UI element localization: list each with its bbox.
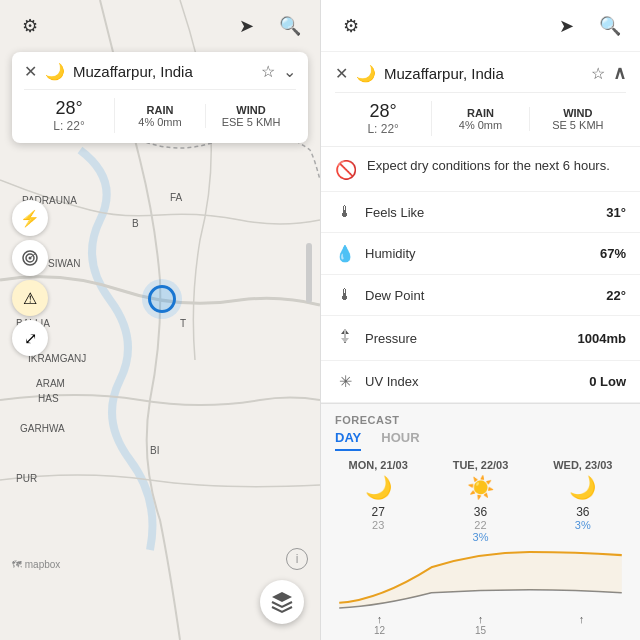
forecast-icon-tue: ☀️ xyxy=(467,475,494,501)
right-navigation-icon[interactable]: ➤ xyxy=(552,12,580,40)
weather-details: 🚫 Expect dry conditions for the next 6 h… xyxy=(321,147,640,640)
rain-value: 4% 0mm xyxy=(115,116,205,128)
right-rain-label: RAIN xyxy=(432,107,528,119)
right-settings-icon[interactable]: ⚙ xyxy=(337,12,365,40)
left-panel: PADRAUNA SIWAN BALLIA KAR IKRAMGANJ ARAM… xyxy=(0,0,320,640)
forecast-low-mon: 23 xyxy=(372,519,384,531)
wind-value: ESE 5 KMH xyxy=(206,116,296,128)
forecast-day-tue: TUE, 22/03 ☀️ 36 22 3% xyxy=(431,459,529,543)
feels-like-label: Feels Like xyxy=(365,205,424,220)
temp-main: 28° xyxy=(24,98,114,119)
info-button[interactable]: i xyxy=(286,548,308,570)
uv-index-row: ✳ UV Index 0 Low xyxy=(321,361,640,403)
lightning-button[interactable]: ⚡ xyxy=(12,200,48,236)
city-label-t: T xyxy=(180,318,186,329)
right-temperature-display: 28° L: 22° xyxy=(335,101,432,136)
city-label-fa: FA xyxy=(170,192,182,203)
forecast-day-wed: WED, 23/03 🌙 36 3% xyxy=(534,459,632,543)
humidity-icon: 💧 xyxy=(335,244,355,263)
rain-display: RAIN 4% 0mm xyxy=(115,104,206,128)
humidity-label: Humidity xyxy=(365,246,416,261)
humidity-value: 67% xyxy=(600,246,626,261)
humidity-row: 💧 Humidity 67% xyxy=(321,233,640,275)
tab-day[interactable]: DAY xyxy=(335,430,361,451)
map-controls: ⚡ ⚠ ⤢ xyxy=(12,200,48,356)
map-scrollbar[interactable] xyxy=(306,243,312,303)
chevron-down-icon[interactable]: ⌄ xyxy=(283,62,296,81)
pressure-icon xyxy=(335,327,355,349)
city-label-aram: ARAM xyxy=(36,378,65,389)
forecast-icon-wed: 🌙 xyxy=(569,475,596,501)
forecast-rain-tue: 3% xyxy=(473,531,489,543)
forecast-rain-wed: 3% xyxy=(575,519,591,531)
radar-button[interactable] xyxy=(12,240,48,276)
location-marker xyxy=(148,285,176,313)
city-label-b: B xyxy=(132,218,139,229)
city-label-pur: PUR xyxy=(16,473,37,484)
right-location-card: ✕ 🌙 Muzaffarpur, India ☆ ∧ 28° L: 22° RA… xyxy=(321,52,640,147)
star-icon[interactable]: ☆ xyxy=(261,62,275,81)
forecast-header: FORECAST xyxy=(321,404,640,430)
forecast-icon-mon: 🌙 xyxy=(365,475,392,501)
right-close-icon[interactable]: ✕ xyxy=(335,64,348,83)
settings-icon[interactable]: ⚙ xyxy=(16,12,44,40)
forecast-tabs: DAY HOUR xyxy=(321,430,640,451)
pressure-label: Pressure xyxy=(365,331,417,346)
dry-conditions-text: Expect dry conditions for the next 6 hou… xyxy=(367,157,610,175)
temperature-display: 28° L: 22° xyxy=(24,98,115,133)
pressure-row: Pressure 1004mb xyxy=(321,316,640,361)
radar-icon xyxy=(21,249,39,267)
city-label-bi: BI xyxy=(150,445,159,456)
uv-index-label: UV Index xyxy=(365,374,418,389)
city-label-garhwa: GARHWA xyxy=(20,423,65,434)
dew-point-row: 🌡 Dew Point 22° xyxy=(321,275,640,316)
forecast-high-mon: 27 xyxy=(371,505,384,519)
right-search-icon[interactable]: 🔍 xyxy=(596,12,624,40)
pressure-value: 1004mb xyxy=(578,331,626,346)
forecast-low-tue: 22 xyxy=(474,519,486,531)
search-icon[interactable]: 🔍 xyxy=(276,12,304,40)
feels-like-row: 🌡 Feels Like 31° xyxy=(321,192,640,233)
tab-hour[interactable]: HOUR xyxy=(381,430,419,451)
close-icon[interactable]: ✕ xyxy=(24,62,37,81)
right-chevron-up-icon[interactable]: ∧ xyxy=(613,62,626,84)
right-wind-label: WIND xyxy=(530,107,626,119)
right-rain-display: RAIN 4% 0mm xyxy=(432,107,529,131)
forecast-days: MON, 21/03 🌙 27 23 — TUE, 22/03 ☀️ 36 22… xyxy=(321,459,640,543)
forecast-day-name-mon: MON, 21/03 xyxy=(349,459,408,471)
forecast-high-wed: 36 xyxy=(576,505,589,519)
right-temp-low: L: 22° xyxy=(335,122,431,136)
right-rain-value: 4% 0mm xyxy=(432,119,528,131)
mapbox-logo: 🗺 mapbox xyxy=(12,559,60,570)
location-name: Muzaffarpur, India xyxy=(73,63,193,80)
warning-button[interactable]: ⚠ xyxy=(12,280,48,316)
dry-conditions-banner: 🚫 Expect dry conditions for the next 6 h… xyxy=(321,147,640,192)
pressure-arrow-icon xyxy=(336,327,354,345)
feels-like-value: 31° xyxy=(606,205,626,220)
dry-conditions-icon: 🚫 xyxy=(335,159,357,181)
dew-point-value: 22° xyxy=(606,288,626,303)
right-panel: ⚙ ➤ 🔍 ✕ 🌙 Muzaffarpur, India ☆ ∧ 28° L: … xyxy=(320,0,640,640)
temp-graph-svg xyxy=(329,547,632,613)
temperature-graph xyxy=(321,543,640,613)
right-location-name: Muzaffarpur, India xyxy=(384,65,504,82)
right-star-icon[interactable]: ☆ xyxy=(591,64,605,83)
right-temp-main: 28° xyxy=(335,101,431,122)
thermometer-icon: 🌡 xyxy=(335,203,355,221)
forecast-day-name-tue: TUE, 22/03 xyxy=(453,459,509,471)
forecast-section: FORECAST DAY HOUR MON, 21/03 🌙 27 23 — T… xyxy=(321,403,640,640)
temp-low: L: 22° xyxy=(24,119,114,133)
forecast-high-tue: 36 xyxy=(474,505,487,519)
layers-button[interactable] xyxy=(260,580,304,624)
location-card: ✕ 🌙 Muzaffarpur, India ☆ ⌄ 28° L: 22° RA… xyxy=(12,52,308,143)
right-moon-icon: 🌙 xyxy=(356,64,376,83)
rain-label: RAIN xyxy=(115,104,205,116)
rain-bottom-row: ↑ 12 ↑ 15 ↑ xyxy=(321,613,640,640)
dew-point-label: Dew Point xyxy=(365,288,424,303)
forecast-day-name-wed: WED, 23/03 xyxy=(553,459,612,471)
navigation-icon[interactable]: ➤ xyxy=(232,12,260,40)
right-wind-display: WIND SE 5 KMH xyxy=(530,107,626,131)
wind-label: WIND xyxy=(206,104,296,116)
expand-button[interactable]: ⤢ xyxy=(12,320,48,356)
uv-index-icon: ✳ xyxy=(335,372,355,391)
